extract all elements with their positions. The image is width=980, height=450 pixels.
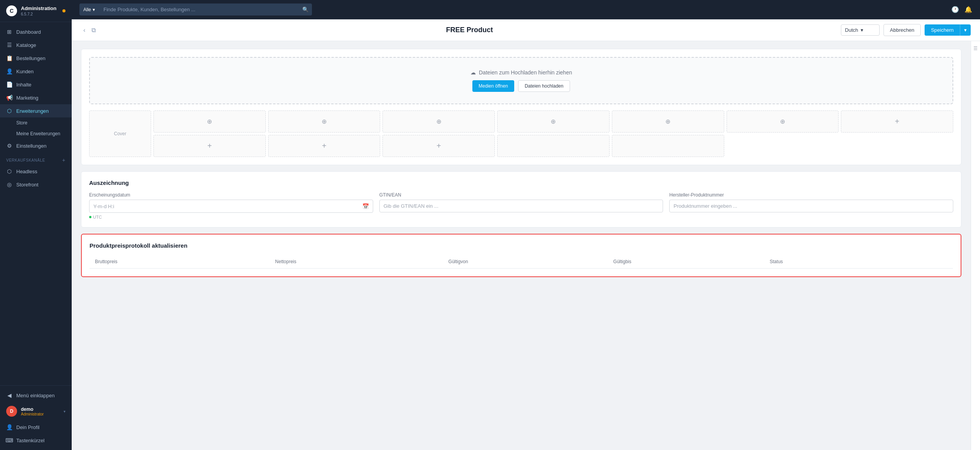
page-title: FREE Product (104, 26, 834, 34)
sidebar-sub-store[interactable]: Store (0, 117, 72, 128)
copy-button[interactable]: ⧉ (89, 25, 98, 35)
hersteller-input[interactable] (673, 203, 949, 209)
open-media-button[interactable]: Medien öffnen (472, 80, 514, 92)
image-add-cell-4[interactable]: + (382, 135, 495, 157)
user-profile[interactable]: D demo Administrator ▾ (0, 402, 72, 421)
add-image-icon: + (207, 141, 212, 150)
sidebar-item-label: Erweiterungen (16, 108, 49, 114)
price-protocol-card: Produktpreisprotokoll aktualisieren Brut… (81, 234, 961, 277)
save-chevron-icon: ▾ (964, 27, 967, 33)
inhalte-icon: 📄 (6, 81, 12, 88)
save-button[interactable]: Speichern (925, 24, 960, 36)
topbar-actions: 🕐 🔔 (951, 6, 972, 13)
image-add-cell-2[interactable]: + (153, 135, 266, 157)
page-body: ☁ Dateien zum Hochladen hierhin ziehen M… (72, 41, 980, 450)
image-placeholder-icon: ⊕ (551, 118, 556, 125)
user-info: demo Administrator (21, 407, 60, 416)
search-button[interactable]: 🔍 (299, 3, 312, 16)
col-actions (894, 255, 953, 269)
calendar-icon[interactable]: 📅 (362, 203, 369, 209)
gtin-input[interactable] (384, 203, 659, 209)
sidebar-sub-meine-erweiterungen[interactable]: Meine Erweiterungen (0, 128, 72, 139)
kataloge-icon: ☰ (6, 42, 12, 48)
sidebar-item-dashboard[interactable]: ⊞ Dashboard (0, 25, 72, 38)
image-placeholder-icon: ⊕ (322, 118, 327, 125)
image-cell-6: ⊕ (727, 110, 839, 133)
headless-label: Headless (16, 169, 37, 174)
storefront-icon: ◎ (6, 181, 12, 188)
image-add-cell-3[interactable]: + (268, 135, 381, 157)
sidebar-item-label: Inhalte (16, 82, 31, 88)
price-table: Bruttopreis Nettopreis Gültigvon Gültigb… (90, 255, 953, 269)
content-area: ☁ Dateien zum Hochladen hierhin ziehen M… (72, 41, 971, 450)
upload-files-button[interactable]: Dateien hochladen (518, 80, 570, 92)
profil-label: Dein Profil (16, 424, 40, 430)
image-cell-last (497, 135, 610, 157)
upload-dropzone[interactable]: ☁ Dateien zum Hochladen hierhin ziehen M… (89, 57, 953, 104)
image-placeholder-icon: ⊕ (207, 118, 212, 125)
sidebar-item-marketing[interactable]: 📢 Marketing (0, 91, 72, 104)
sidebar-nav: ⊞ Dashboard ☰ Kataloge 📋 Bestellungen 👤 … (0, 22, 72, 385)
gtin-group: GTIN/EAN (379, 192, 663, 219)
marketing-icon: 📢 (6, 95, 12, 101)
utc-label: UTC (93, 215, 102, 219)
sidebar-item-label: Kunden (16, 69, 34, 74)
bestellungen-icon: 📋 (6, 55, 12, 61)
image-placeholder-icon: ⊕ (665, 118, 670, 125)
sidebar-item-label: Dashboard (16, 29, 41, 35)
sidebar-item-storefront[interactable]: ◎ Storefront (0, 178, 72, 191)
search-input[interactable] (99, 3, 299, 16)
sidebar-item-kunden[interactable]: 👤 Kunden (0, 65, 72, 78)
gtin-label: GTIN/EAN (379, 192, 663, 198)
add-image-icon: + (322, 141, 327, 150)
language-selector[interactable]: Dutch ▾ (841, 24, 880, 36)
filter-chevron-icon: ▾ (93, 7, 95, 12)
kunden-icon: 👤 (6, 68, 12, 74)
menu-einklappen-item[interactable]: ◀ Menü einklappen (0, 389, 72, 402)
sidebar-item-headless[interactable]: ⬡ Headless (0, 165, 72, 178)
dashboard-icon: ⊞ (6, 29, 12, 35)
clock-icon[interactable]: 🕐 (951, 6, 959, 13)
meine-erweiterungen-label: Meine Erweiterungen (16, 131, 60, 136)
price-table-head: Bruttopreis Nettopreis Gültigvon Gültigb… (90, 255, 953, 269)
auszeichnung-title: Auszeichnung (89, 179, 953, 186)
user-chevron-icon: ▾ (64, 409, 65, 414)
sidebar-item-erweiterungen[interactable]: ⬡ Erweiterungen (0, 104, 72, 117)
image-cell-1: ⊕ (153, 110, 266, 133)
erweiterungen-icon: ⬡ (6, 108, 12, 114)
sidebar-item-kataloge[interactable]: ☰ Kataloge (0, 38, 72, 52)
header-actions: Dutch ▾ Abbrechen Speichern ▾ (841, 24, 971, 36)
price-protocol-title: Produktpreisprotokoll aktualisieren (90, 242, 953, 249)
tastenkuerzel-item[interactable]: ⌨ Tastenkürzel (0, 434, 72, 447)
tastenkuerzel-label: Tastenkürzel (16, 438, 45, 443)
search-filter-button[interactable]: Alle ▾ (79, 5, 99, 15)
sidebar-item-einstellungen[interactable]: ⚙ Einstellungen (0, 139, 72, 152)
page-nav-buttons: ‹ ⧉ (81, 25, 98, 35)
col-gueltigbis: Gültigbis (608, 255, 765, 269)
upload-buttons: Medien öffnen Dateien hochladen (98, 80, 945, 92)
back-button[interactable]: ‹ (81, 25, 88, 35)
col-bruttopreis: Bruttopreis (90, 255, 270, 269)
add-verkaufskanal-icon[interactable]: + (62, 157, 65, 163)
save-dropdown-button[interactable]: ▾ (960, 24, 971, 36)
sidebar-item-inhalte[interactable]: 📄 Inhalte (0, 78, 72, 91)
right-panel: ☰ (971, 41, 980, 450)
app-version: 6.5.7.2 (21, 12, 57, 16)
sidebar: C Administration 6.5.7.2 ⊞ Dashboard ☰ K… (0, 0, 72, 450)
upload-drag-text: Dateien zum Hochladen hierhin ziehen (479, 69, 572, 76)
image-add-cell-1[interactable]: + (841, 110, 953, 133)
erscheinungsdatum-input[interactable] (93, 203, 360, 209)
hersteller-label: Hersteller-Produktnummer (669, 192, 953, 198)
cover-cell: Cover (89, 110, 151, 157)
sidebar-item-label: Bestellungen (16, 55, 45, 61)
image-cell-2: ⊕ (268, 110, 381, 133)
main-content: Alle ▾ 🔍 🕐 🔔 ‹ ⧉ FREE Product Dutch ▾ Ab… (72, 0, 980, 450)
hersteller-group: Hersteller-Produktnummer (669, 192, 953, 219)
cancel-button[interactable]: Abbrechen (884, 24, 921, 36)
dein-profil-item[interactable]: 👤 Dein Profil (0, 421, 72, 434)
sidebar-item-label: Kataloge (16, 42, 36, 48)
erscheinungsdatum-group: Erscheinungsdatum 📅 UTC (89, 192, 373, 219)
sidebar-item-bestellungen[interactable]: 📋 Bestellungen (0, 52, 72, 65)
utc-hint: UTC (89, 215, 373, 219)
bell-icon[interactable]: 🔔 (964, 6, 972, 13)
